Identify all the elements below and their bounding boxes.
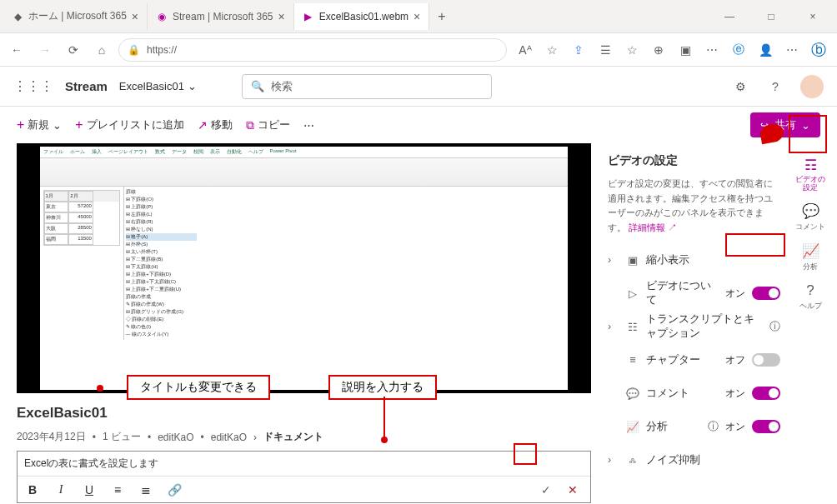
add-to-playlist-button[interactable]: + プレイリストに追加	[75, 117, 183, 132]
confirm-button[interactable]: ✓	[535, 479, 557, 501]
maximize-button[interactable]: □	[760, 11, 782, 22]
move-icon: ↗	[198, 118, 208, 132]
stream-icon: ◉	[156, 11, 168, 22]
address-bar: ← → ⟳ ⌂ 🔒 https:// Aᴬ ☆ ⇪ ☰ ☆ ⊕ ▣ ⋯ ⓔ 👤 …	[0, 33, 837, 67]
collections-icon[interactable]: ▣	[675, 40, 695, 60]
settings-icon[interactable]: ⚙	[730, 77, 750, 97]
tab-video[interactable]: ▶ ExcelBasic01.webm ×	[294, 3, 430, 30]
plus-icon: +	[17, 117, 24, 132]
addr-bar-actions: Aᴬ ☆ ⇪ ☰ ☆ ⊕ ▣ ⋯ ⓔ 👤 ⋯ ⓑ	[512, 40, 832, 60]
window-controls: — □ ×	[709, 11, 834, 22]
tab-label: ホーム | Microsoft 365	[28, 9, 127, 23]
home-button[interactable]: ⌂	[90, 38, 113, 62]
info-icon[interactable]: ⓘ	[769, 320, 780, 334]
edge-action-icon[interactable]: ⇪	[569, 40, 589, 60]
close-window-button[interactable]: ×	[802, 11, 824, 22]
video-icon: ▷	[626, 287, 639, 300]
chevron-right-icon: ›	[253, 432, 257, 443]
move-button[interactable]: ↗ 移動	[198, 117, 233, 132]
details-link[interactable]: 詳細情報 ↗	[629, 222, 677, 232]
browser-menu-icon[interactable]: ⋯	[702, 40, 722, 60]
forward-button[interactable]: →	[33, 38, 57, 62]
bold-button[interactable]: B	[24, 483, 41, 497]
settings-title: ビデオの設定	[608, 153, 678, 168]
numbered-list-button[interactable]: ≣	[138, 483, 154, 497]
favorites-bar-icon[interactable]: ☆	[622, 40, 642, 60]
setting-chapters: ≡ チャプター オフ	[608, 343, 785, 377]
video-metadata: 2023年4月12日• 1 ビュー• editKaO• editKaO › ドキ…	[17, 430, 591, 444]
breadcrumb[interactable]: ExcelBasic01 ⌄	[119, 80, 197, 92]
settings-description: ビデオ設定の変更は、すべての閲覧者に適用されます。編集アクセス権を持つユーザーの…	[608, 175, 785, 243]
annotation-dot	[97, 385, 103, 392]
lock-icon: 🔒	[128, 44, 140, 56]
comment-icon: 💬	[626, 387, 639, 400]
video-title[interactable]: ExcelBasic01	[17, 405, 108, 422]
addon-icon[interactable]: ⊕	[649, 40, 669, 60]
new-tab-button[interactable]: +	[429, 9, 454, 24]
setting-thumbnail[interactable]: › ▣ 縮小表示	[608, 243, 785, 277]
ie-mode-icon[interactable]: ⓔ	[729, 40, 749, 60]
favorite-icon[interactable]: ☆	[542, 40, 562, 60]
tab-home[interactable]: ◆ ホーム | Microsoft 365 ×	[3, 3, 148, 30]
extension-icon[interactable]: ☰	[595, 40, 615, 60]
meta-date: 2023年4月12日	[17, 430, 86, 444]
app-header: ⋮⋮⋮ Stream ExcelBasic01 ⌄ 🔍 検索 ⚙ ?	[0, 67, 837, 107]
annotation-connector	[383, 397, 385, 438]
meta-author: editKaO	[158, 432, 193, 443]
rail-video-settings[interactable]: ☶ ビデオの設定	[792, 157, 829, 192]
bullet-list-button[interactable]: ≡	[109, 483, 126, 497]
thumbnail-icon: ▣	[626, 254, 639, 267]
app-launcher-icon[interactable]: ⋮⋮⋮	[13, 78, 53, 94]
rail-comments[interactable]: 💬 コメント	[792, 202, 829, 232]
more-icon[interactable]: ⋯	[782, 40, 802, 60]
refresh-button[interactable]: ⟳	[62, 38, 85, 62]
help-icon[interactable]: ?	[765, 77, 785, 97]
tab-close-icon[interactable]: ×	[278, 10, 285, 23]
transcript-icon: ☷	[626, 321, 639, 333]
about-toggle[interactable]	[752, 287, 780, 300]
comments-toggle[interactable]	[752, 387, 780, 400]
analytics-icon: 📈	[802, 242, 819, 260]
chapters-toggle[interactable]	[752, 353, 780, 367]
tab-label: Stream | Microsoft 365	[173, 11, 273, 22]
play-icon	[293, 253, 316, 283]
profile-icon[interactable]: 👤	[755, 40, 775, 60]
cmd-label: プレイリストに追加	[87, 117, 184, 132]
tab-close-icon[interactable]: ×	[132, 10, 138, 23]
search-input[interactable]: 🔍 検索	[242, 74, 492, 99]
underline-button[interactable]: U	[81, 483, 98, 497]
setting-transcript[interactable]: › ☷ トランスクリプトとキャプション ⓘ	[608, 310, 785, 343]
description-input[interactable]: Excelの表に書式を設定します	[18, 452, 590, 476]
new-button[interactable]: + 新規 ⌄	[17, 117, 62, 132]
tab-stream[interactable]: ◉ Stream | Microsoft 365 ×	[148, 3, 294, 30]
overflow-button[interactable]: ⋯	[303, 119, 314, 132]
link-button[interactable]: 🔗	[166, 483, 183, 497]
text-size-icon[interactable]: Aᴬ	[515, 40, 535, 60]
chevron-right-icon: ›	[608, 454, 619, 466]
copy-icon: ⧉	[246, 118, 254, 132]
m365-icon: ◆	[12, 11, 23, 22]
description-editor: Excelの表に書式を設定します B I U ≡ ≣ 🔗 ✓ ✕	[17, 451, 591, 503]
minimize-button[interactable]: —	[719, 11, 740, 22]
bing-icon[interactable]: ⓑ	[809, 40, 829, 60]
avatar[interactable]	[800, 75, 824, 98]
url-input[interactable]: 🔒 https://	[118, 38, 507, 62]
tab-close-icon[interactable]: ×	[413, 10, 420, 23]
copy-button[interactable]: ⧉ コピー	[246, 117, 290, 132]
video-player[interactable]: ファイルホーム挿入ページレイアウト数式データ校閲表示自動化ヘルプPower Pi…	[17, 143, 591, 393]
setting-noise[interactable]: › ஃ ノイズ抑制	[608, 443, 785, 477]
main-content: ファイルホーム挿入ページレイアウト数式データ校閲表示自動化ヘルプPower Pi…	[0, 143, 837, 504]
rail-help[interactable]: ? ヘルプ	[792, 282, 829, 312]
stream-icon: ▶	[303, 11, 314, 22]
info-icon[interactable]: ⓘ	[708, 420, 719, 434]
rail-analytics[interactable]: 📈 分析	[792, 242, 829, 272]
annotation-title-label: タイトルも変更できる	[127, 375, 270, 400]
analytics-toggle[interactable]	[752, 420, 780, 433]
back-button[interactable]: ←	[5, 38, 28, 62]
cancel-button[interactable]: ✕	[562, 479, 584, 501]
app-name: Stream	[65, 79, 108, 93]
chevron-down-icon: ⌄	[53, 119, 62, 132]
command-bar: + 新規 ⌄ + プレイリストに追加 ↗ 移動 ⧉ コピー ⋯ ↪ 共有 ⌄	[0, 107, 837, 143]
meta-location[interactable]: ドキュメント	[263, 430, 323, 444]
italic-button[interactable]: I	[53, 483, 69, 497]
